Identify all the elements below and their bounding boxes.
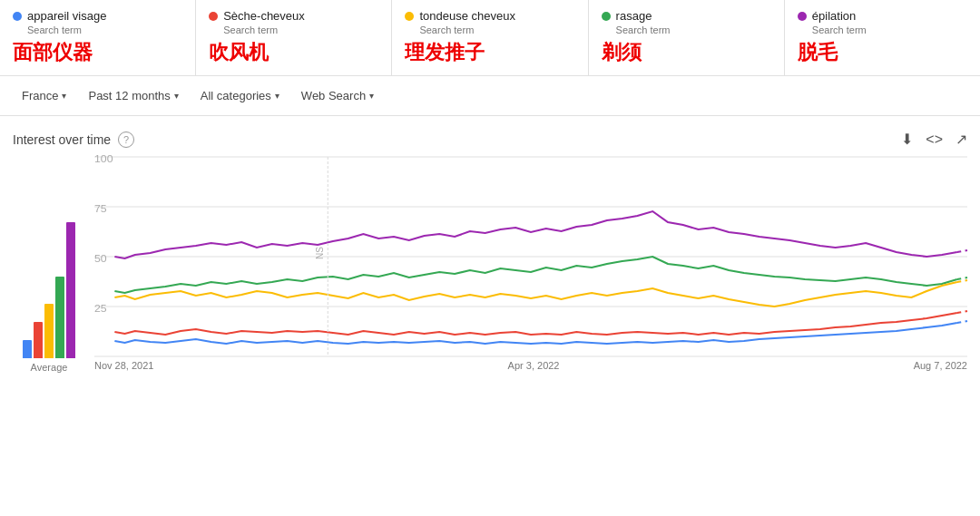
category-label: All categories	[201, 89, 271, 102]
legend-bar: appareil visage Search term 面部仪器 Sèche-c…	[0, 0, 980, 76]
legend-chinese: 吹风机	[209, 39, 378, 66]
appareil-projection	[957, 321, 967, 323]
category-filter[interactable]: All categories ▾	[191, 83, 289, 108]
legend-dot	[405, 12, 414, 21]
svg-text:100: 100	[94, 153, 113, 164]
chart-svg: 100 75 50 25	[94, 157, 967, 356]
avg-bars	[23, 213, 75, 358]
legend-chinese: 脱毛	[798, 39, 967, 66]
svg-text:75: 75	[94, 203, 107, 214]
legend-term: Sèche-cheveux	[223, 9, 305, 23]
rasage-line	[114, 257, 956, 293]
search-type-chevron: ▾	[369, 91, 374, 101]
period-label: Past 12 months	[88, 89, 170, 102]
x-label-3: Aug 7, 2022	[914, 360, 967, 371]
legend-type: Search term	[13, 24, 182, 35]
average-column: Average	[13, 157, 85, 393]
chart-title-group: Interest over time ?	[13, 131, 134, 148]
x-labels: Nov 28, 2021 Apr 3, 2022 Aug 7, 2022	[94, 356, 967, 371]
legend-item: Sèche-cheveux Search term 吹风机	[196, 0, 392, 75]
svg-text:25: 25	[94, 303, 107, 314]
epilation-projection	[957, 250, 967, 252]
code-icon[interactable]: <>	[926, 131, 943, 148]
avg-bar	[34, 322, 43, 358]
legend-term: rasage	[616, 9, 652, 23]
x-label-2: Apr 3, 2022	[508, 360, 560, 371]
line-chart-wrapper: 100 75 50 25	[94, 157, 967, 393]
legend-item: appareil visage Search term 面部仪器	[0, 0, 196, 75]
chart-area: Average 100 75 50 25	[0, 157, 980, 393]
svg-text:50: 50	[94, 253, 107, 264]
legend-dot	[798, 12, 807, 21]
legend-dot	[13, 12, 22, 21]
period-filter[interactable]: Past 12 months ▾	[79, 83, 187, 108]
legend-chinese: 面部仪器	[13, 39, 182, 66]
legend-dot	[209, 12, 218, 21]
x-label-1: Nov 28, 2021	[94, 360, 153, 371]
legend-item: épilation Search term 脱毛	[785, 0, 980, 75]
legend-term: épilation	[812, 9, 856, 23]
tondeuse-projection	[957, 280, 967, 282]
legend-term: appareil visage	[27, 9, 106, 23]
chart-header: Interest over time ? ⬇ <> ↗	[0, 131, 980, 157]
region-chevron: ▾	[62, 91, 66, 101]
avg-bar	[23, 340, 32, 358]
appareil-visage-line	[114, 323, 956, 344]
tondeuse-line	[114, 282, 956, 307]
seche-projection	[957, 311, 967, 313]
avg-bar	[66, 222, 75, 358]
legend-item: tondeuse cheveux Search term 理发推子	[392, 0, 588, 75]
legend-type: Search term	[602, 24, 771, 35]
legend-type: Search term	[405, 24, 574, 35]
period-chevron: ▾	[174, 91, 179, 101]
chart-actions: ⬇ <> ↗	[901, 131, 967, 148]
legend-chinese: 剃须	[602, 39, 771, 66]
legend-dot	[602, 12, 611, 21]
search-type-filter[interactable]: Web Search ▾	[292, 83, 383, 108]
download-icon[interactable]: ⬇	[901, 131, 913, 148]
epilation-line	[114, 211, 956, 258]
chart-section: Interest over time ? ⬇ <> ↗ Average	[0, 116, 980, 393]
avg-label: Average	[31, 362, 68, 373]
rasage-projection	[957, 277, 967, 279]
category-chevron: ▾	[275, 91, 279, 101]
avg-bar	[44, 304, 54, 358]
legend-chinese: 理发推子	[405, 39, 574, 66]
region-filter[interactable]: France ▾	[13, 83, 75, 108]
legend-term: tondeuse cheveux	[419, 9, 515, 23]
info-icon[interactable]: ?	[118, 131, 134, 148]
seche-cheveux-line	[114, 313, 956, 335]
region-label: France	[22, 89, 58, 102]
legend-type: Search term	[798, 24, 967, 35]
avg-bar	[55, 277, 64, 358]
legend-type: Search term	[209, 24, 378, 35]
share-icon[interactable]: ↗	[956, 131, 967, 148]
search-type-label: Web Search	[301, 89, 366, 102]
filter-bar: France ▾ Past 12 months ▾ All categories…	[0, 76, 980, 116]
legend-item: rasage Search term 剃须	[589, 0, 785, 75]
svg-text:NS: NS	[313, 247, 325, 259]
chart-title: Interest over time	[13, 132, 111, 147]
